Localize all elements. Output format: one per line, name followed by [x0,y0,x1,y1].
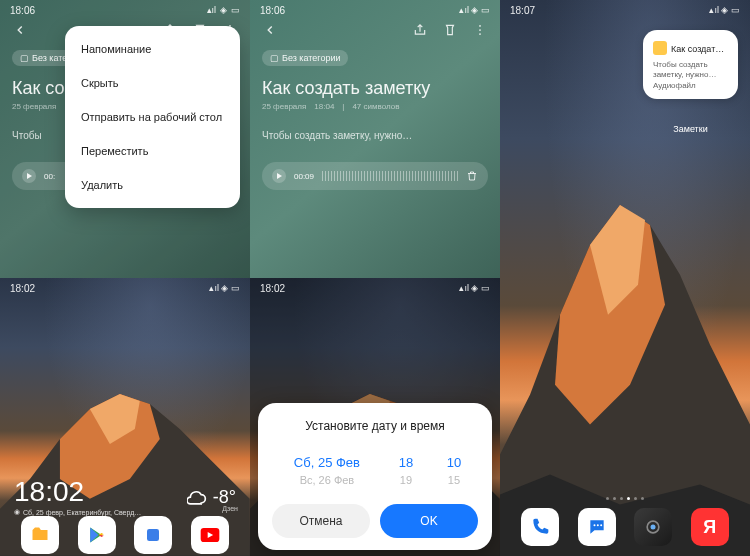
notes-icon [653,41,667,55]
category-chip[interactable]: ▢ Без категории [262,50,348,66]
dialog-title: Установите дату и время [272,419,478,433]
menu-reminder[interactable]: Напоминание [65,32,240,66]
menu-send-desktop[interactable]: Отправить на рабочий стол [65,100,240,134]
audio-time: 00:09 [294,172,314,181]
template-icon[interactable] [442,22,458,38]
note-title[interactable]: Как соз [12,78,73,99]
svg-point-10 [600,524,602,526]
app-camera[interactable] [634,508,672,546]
delete-audio-icon[interactable] [466,170,478,182]
menu-hide[interactable]: Скрыть [65,66,240,100]
wifi-icon: ◈ [220,5,227,15]
datetime-picker: Установите дату и время Сб, 25 Фев 18 10… [258,403,492,550]
status-icons: ▴ıl ◈ ▭ [459,5,490,15]
svg-point-9 [597,524,599,526]
ok-button[interactable]: OK [380,504,478,538]
homescreen-clock[interactable]: 18:02 [14,476,141,508]
app-messages[interactable] [578,508,616,546]
feed-label[interactable]: Дзен [222,505,238,512]
back-icon[interactable] [12,22,28,38]
play-icon[interactable] [272,169,286,183]
app-files[interactable] [21,516,59,554]
svg-point-6 [479,29,481,31]
homescreen-date[interactable]: ◉ Сб, 25 февр, Екатеринбург, Сверд… [14,508,141,516]
picker-min-selected[interactable]: 10 [430,455,478,470]
back-icon[interactable] [262,22,278,38]
notes-widget[interactable]: Как создат… Чтобы создать заметку, нужно… [643,30,738,99]
dock [0,516,250,554]
picker-wheel[interactable]: Сб, 25 Фев 18 10 Вс, 26 Фев 19 15 [272,455,478,486]
more-icon[interactable] [472,22,488,38]
note-body[interactable]: Чтобы создать заметку, нужно… [262,130,488,141]
app-yandex[interactable]: Я [691,508,729,546]
weather-icon [187,488,207,508]
widget-title: Как создат… [671,44,724,54]
mountain-artwork [500,195,750,556]
svg-rect-3 [147,529,159,541]
yandex-icon-label: Я [703,517,716,538]
widget-body: Чтобы создать заметку, нужно… Аудиофайл [653,60,728,91]
status-time: 18:06 [10,5,35,16]
status-time: 18:06 [260,5,285,16]
picker-min-next[interactable]: 15 [430,474,478,486]
picker-hour-next[interactable]: 19 [382,474,430,486]
cancel-button[interactable]: Отмена [272,504,370,538]
svg-point-7 [479,33,481,35]
page-indicator[interactable] [500,497,750,500]
svg-point-12 [651,525,656,530]
note-meta: 25 февраля [12,102,56,111]
svg-point-5 [479,25,481,27]
app-playstore[interactable] [78,516,116,554]
svg-point-8 [593,524,595,526]
note-title[interactable]: Как создать заметку [262,78,430,99]
status-icons: ▴ıl ◈ ▭ [459,283,490,293]
share-icon[interactable] [412,22,428,38]
audio-time: 00: [44,172,55,181]
app-youtube[interactable] [191,516,229,554]
waveform[interactable] [322,171,458,181]
status-time: 18:02 [260,283,285,294]
status-time: 18:07 [510,5,535,16]
folder-icon: ▢ [20,53,29,63]
picker-date-next[interactable]: Вс, 26 Фев [272,474,382,486]
audio-player: 00:09 [262,162,488,190]
battery-icon: ▭ [231,5,240,15]
widget-label: Заметки [643,124,738,134]
picker-hour-selected[interactable]: 18 [382,455,430,470]
chip-label: Без категории [282,53,340,63]
status-icons: ▴ıl ◈ ▭ [209,283,240,293]
menu-delete[interactable]: Удалить [65,168,240,202]
folder-icon: ▢ [270,53,279,63]
menu-move[interactable]: Переместить [65,134,240,168]
status-icons: ▴ıl ◈ ▭ [709,5,740,15]
note-meta: 25 февраля 18:04 | 47 символов [262,102,399,111]
dock: Я [500,508,750,546]
context-menu: Напоминание Скрыть Отправить на рабочий … [65,26,240,208]
location-icon: ◉ [14,508,20,516]
app-generic[interactable] [134,516,172,554]
signal-icon: ▴ıl [207,5,217,15]
status-time: 18:02 [10,283,35,294]
play-icon[interactable] [22,169,36,183]
status-icons: ▴ıl ◈ ▭ [207,5,241,15]
picker-date-selected[interactable]: Сб, 25 Фев [272,455,382,470]
app-phone[interactable] [521,508,559,546]
